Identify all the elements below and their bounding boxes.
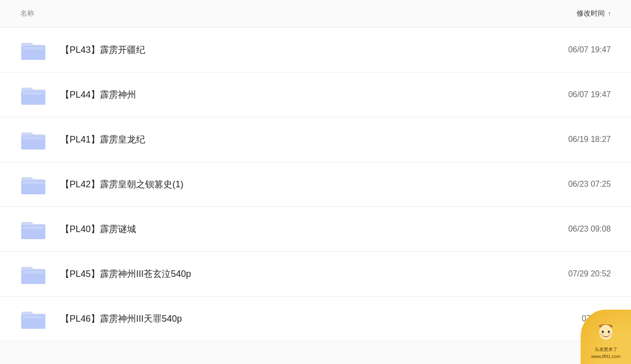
svg-rect-14 (22, 226, 44, 229)
file-item-left: 【PL40】霹雳谜城 (20, 218, 136, 240)
file-item-left: 【PL42】霹雳皇朝之钡篡史(1) (20, 173, 183, 195)
folder-icon (20, 173, 46, 195)
svg-rect-5 (22, 92, 44, 95)
watermark-face-icon (592, 319, 620, 344)
file-item-left: 【PL45】霹雳神州III苍玄泣540p (20, 263, 191, 285)
list-item[interactable]: 【PL41】霹雳皇龙纪 06/19 18:27 (0, 117, 631, 162)
watermark-text: 头发图来了 www.tfhl1.com (591, 346, 620, 360)
svg-point-22 (599, 325, 612, 340)
file-modified-time: 06/23 09:08 (568, 225, 611, 234)
file-modified-time: 06/07 19:47 (568, 90, 611, 99)
svg-point-26 (609, 333, 612, 335)
file-name: 【PL45】霹雳神州III苍玄泣540p (60, 268, 191, 280)
svg-point-23 (602, 331, 604, 333)
file-modified-time: 06/23 07:25 (568, 180, 611, 189)
list-item[interactable]: 【PL46】霹雳神州III天罪540p 07/29 ... (0, 297, 631, 341)
file-name: 【PL41】霹雳皇龙纪 (60, 133, 145, 145)
sort-arrow-icon: ↑ (608, 10, 611, 17)
file-name: 【PL44】霹雳神州 (60, 89, 136, 101)
file-manager: 名称 修改时间 ↑ (0, 0, 631, 364)
name-column-header: 名称 (20, 9, 34, 18)
folder-icon (20, 308, 46, 330)
folder-icon (20, 128, 46, 151)
file-name: 【PL42】霹雳皇朝之钡篡史(1) (60, 178, 183, 190)
svg-point-24 (608, 331, 610, 333)
list-item[interactable]: 【PL45】霹雳神州III苍玄泣540p 07/29 20:52 (0, 252, 631, 297)
file-name: 【PL40】霹雳谜城 (60, 223, 136, 235)
svg-rect-17 (22, 271, 44, 274)
column-header: 名称 修改时间 ↑ (0, 0, 631, 28)
svg-rect-20 (22, 316, 44, 319)
file-item-left: 【PL46】霹雳神州III天罪540p (20, 308, 182, 330)
list-item[interactable]: 【PL42】霹雳皇朝之钡篡史(1) 06/23 07:25 (0, 162, 631, 207)
file-name: 【PL43】霹雳开疆纪 (60, 44, 145, 56)
folder-icon (20, 39, 46, 61)
svg-rect-11 (22, 181, 44, 184)
time-column-header[interactable]: 修改时间 ↑ (577, 9, 611, 18)
folder-icon (20, 218, 46, 240)
file-name: 【PL46】霹雳神州III天罪540p (60, 313, 182, 325)
svg-rect-2 (22, 47, 44, 50)
file-item-left: 【PL41】霹雳皇龙纪 (20, 128, 145, 151)
list-item[interactable]: 【PL44】霹雳神州 06/07 19:47 (0, 72, 631, 117)
folder-icon (20, 263, 46, 285)
file-modified-time: 06/07 19:47 (568, 45, 611, 54)
file-list: 【PL43】霹雳开疆纪 06/07 19:47 (0, 28, 631, 341)
svg-point-25 (600, 333, 603, 335)
file-modified-time: 07/29 20:52 (568, 269, 611, 278)
time-column-label: 修改时间 (577, 9, 605, 18)
watermark: 头发图来了 www.tfhl1.com (581, 310, 631, 364)
file-modified-time: 06/19 18:27 (568, 135, 611, 144)
file-item-left: 【PL43】霹雳开疆纪 (20, 39, 145, 61)
svg-rect-8 (22, 136, 44, 139)
list-item[interactable]: 【PL40】霹雳谜城 06/23 09:08 (0, 207, 631, 252)
file-item-left: 【PL44】霹雳神州 (20, 84, 136, 106)
list-item[interactable]: 【PL43】霹雳开疆纪 06/07 19:47 (0, 28, 631, 72)
folder-icon (20, 84, 46, 106)
